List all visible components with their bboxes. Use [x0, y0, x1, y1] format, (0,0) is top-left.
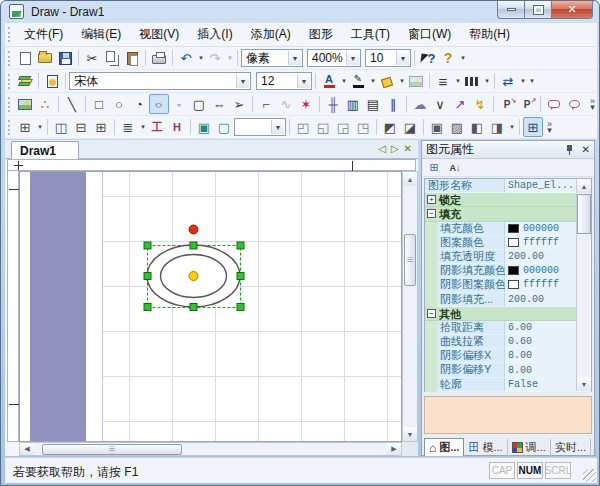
property-row[interactable]: 填充透明度 200.00: [425, 250, 591, 264]
center-horizontal-button[interactable]: H: [167, 117, 187, 137]
tool-point-in[interactable]: P↘: [497, 94, 517, 114]
tab-close-button[interactable]: ✕: [404, 143, 412, 154]
category-row-fill[interactable]: − 填充: [425, 207, 591, 221]
tool-gauge[interactable]: ▥: [343, 94, 363, 114]
tool-curve[interactable]: ∿: [276, 94, 296, 114]
grid-scroll-thumb[interactable]: [577, 194, 591, 234]
tab-model[interactable]: 田 模...: [464, 439, 507, 456]
tool-parallel[interactable]: ∥: [383, 94, 403, 114]
copy-button[interactable]: [102, 48, 122, 68]
tool-report[interactable]: ▤: [363, 94, 383, 114]
category-row-other[interactable]: − 其他: [425, 307, 591, 321]
menu-insert[interactable]: 插入(I): [188, 26, 241, 43]
fill-color-dropdown[interactable]: ▾: [398, 77, 406, 85]
send-back-button[interactable]: ◱: [313, 117, 333, 137]
arrow-style-dropdown[interactable]: ▾: [519, 77, 527, 85]
bool-dropdown[interactable]: ▾: [508, 123, 516, 131]
tab-prev-button[interactable]: ◁: [378, 143, 386, 154]
draw-overflow[interactable]: »▾: [590, 98, 595, 110]
tab-palette[interactable]: 调...: [508, 439, 551, 456]
tool-circle[interactable]: ○: [109, 94, 129, 114]
grid-size-combobox[interactable]: 10 ▼: [365, 49, 411, 67]
scroll-up-button[interactable]: ▲: [403, 172, 417, 186]
help-dropdown[interactable]: ▾: [459, 54, 467, 62]
send-backward-button[interactable]: ◳: [353, 117, 373, 137]
same-height-button[interactable]: ⊟: [71, 117, 91, 137]
picture-fill-button[interactable]: [406, 71, 426, 91]
tool-picture[interactable]: [15, 94, 35, 114]
help-button[interactable]: ?: [438, 48, 458, 68]
property-grid-toggle[interactable]: ⊞: [523, 117, 543, 137]
page-setup-button[interactable]: [42, 71, 62, 91]
bool-intersect-button[interactable]: ◧: [467, 117, 487, 137]
tool-point-out[interactable]: P↗: [517, 94, 537, 114]
layer-combobox[interactable]: ▼: [234, 118, 286, 136]
property-row[interactable]: 阴影图案颜色 ffffff: [425, 278, 591, 292]
property-row[interactable]: 图形名称 Shape_El...: [425, 179, 591, 193]
menu-file[interactable]: 文件(F): [15, 26, 72, 43]
line-width-button[interactable]: ≡: [433, 71, 453, 91]
restore-button[interactable]: [525, 1, 552, 19]
font-color-button[interactable]: A: [319, 71, 339, 91]
property-row[interactable]: 图案颜色 ffffff: [425, 236, 591, 250]
toolbar-overflow[interactable]: ▾: [528, 77, 536, 85]
tab-properties[interactable]: ⌂ 图...: [424, 438, 464, 456]
tool-cloud[interactable]: ☁: [410, 94, 430, 114]
property-row[interactable]: 阴影填充颜色 000000: [425, 264, 591, 278]
tab-next-button[interactable]: ▷: [391, 143, 399, 154]
category-row-locked[interactable]: + 锁定: [425, 193, 591, 207]
center-vertical-button[interactable]: 工: [147, 117, 167, 137]
zoom-combobox[interactable]: 400% ▼: [307, 49, 361, 67]
bring-forward-button[interactable]: ◲: [333, 117, 353, 137]
tool-polyline[interactable]: ⌐: [256, 94, 276, 114]
scroll-down-button[interactable]: ▼: [403, 427, 417, 441]
tool-callout[interactable]: [544, 94, 564, 114]
font-color-dropdown[interactable]: ▾: [340, 77, 348, 85]
line-style-button[interactable]: [462, 71, 482, 91]
align-dropdown[interactable]: ▾: [36, 123, 44, 131]
line-width-dropdown[interactable]: ▾: [454, 77, 462, 85]
expand-icon[interactable]: +: [427, 195, 436, 204]
property-row[interactable]: 曲线拉紧 0.60: [425, 335, 591, 349]
undo-button[interactable]: ↶: [176, 48, 196, 68]
line-color-dropdown[interactable]: ▾: [369, 77, 377, 85]
rotate-handle[interactable]: [189, 225, 198, 234]
property-row[interactable]: 阴影偏移X 8.00: [425, 349, 591, 363]
print-button[interactable]: [149, 48, 169, 68]
layers-button[interactable]: [15, 71, 35, 91]
vertical-scrollbar[interactable]: ▲ ▼: [402, 171, 418, 442]
menu-view[interactable]: 视图(V): [130, 26, 188, 43]
line-style-dropdown[interactable]: ▾: [483, 77, 491, 85]
unit-combobox[interactable]: 像素 ▼: [241, 49, 303, 67]
bring-front-button[interactable]: ◰: [293, 117, 313, 137]
property-row[interactable]: 阴影偏移Y 8.00: [425, 363, 591, 377]
paste-button[interactable]: [122, 48, 142, 68]
pin-icon[interactable]: [565, 144, 574, 155]
close-button[interactable]: ✕: [552, 1, 593, 19]
save-button[interactable]: [55, 48, 75, 68]
tool-pie[interactable]: ◔: [129, 94, 149, 114]
font-size-combobox[interactable]: 12 ▼: [256, 72, 312, 90]
horizontal-scrollbar[interactable]: ◀ ▶: [19, 442, 402, 456]
tool-star[interactable]: ✶: [296, 94, 316, 114]
grid-scroll-down[interactable]: ▼: [577, 377, 591, 391]
tool-polygon[interactable]: ∨: [430, 94, 450, 114]
redo-dropdown[interactable]: ▾: [226, 54, 234, 62]
break-button[interactable]: ◪: [400, 117, 420, 137]
undo-dropdown[interactable]: ▾: [197, 54, 205, 62]
tool-line[interactable]: ╲: [62, 94, 82, 114]
property-row[interactable]: 填充颜色 000000: [425, 222, 591, 236]
tool-callout-round[interactable]: [564, 94, 584, 114]
collapse-icon[interactable]: −: [427, 209, 436, 218]
font-name-arrow[interactable]: ▼: [236, 74, 249, 88]
same-size-button[interactable]: ⊞: [91, 117, 111, 137]
property-row[interactable]: 拾取距离 6.00: [425, 321, 591, 335]
bool-subtract-button[interactable]: ▨: [447, 117, 467, 137]
menu-window[interactable]: 窗口(W): [399, 26, 460, 43]
zoom-combo-arrow[interactable]: ▼: [346, 51, 359, 65]
categorize-button[interactable]: ⊞: [425, 160, 443, 176]
menu-edit[interactable]: 编辑(E): [72, 26, 130, 43]
drawing-viewport[interactable]: [19, 171, 402, 442]
new-button[interactable]: [15, 48, 35, 68]
menu-shape[interactable]: 图形: [300, 26, 342, 43]
